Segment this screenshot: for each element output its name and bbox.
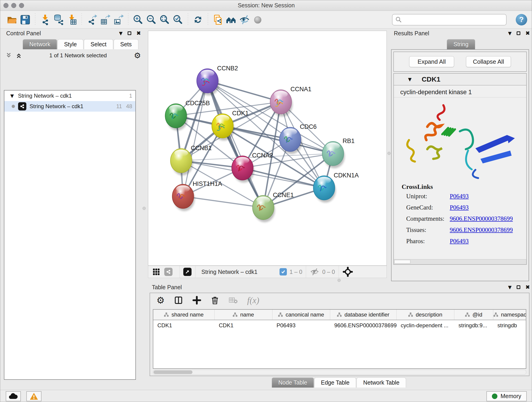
- float-panel-icon[interactable]: [128, 32, 131, 35]
- zoom-selected-icon[interactable]: [171, 12, 185, 27]
- string-results-body: Expand All Collapse All ▼ CDK1 cyclin-de…: [391, 49, 529, 281]
- protein-structure-image: [400, 101, 526, 182]
- zoom-out-icon[interactable]: [145, 12, 158, 27]
- column-header-description[interactable]: description: [397, 310, 454, 320]
- export-table-icon[interactable]: [98, 12, 112, 27]
- crosslink-link[interactable]: 9606.ENSP00000378699: [450, 226, 513, 234]
- open-in-new-icon[interactable]: [183, 268, 191, 276]
- node-HIST1H1A[interactable]: HIST1H1A: [172, 180, 222, 211]
- node-CCNB1[interactable]: CCNB1: [171, 145, 212, 175]
- node-CDK1[interactable]: CDK1: [212, 110, 249, 140]
- show-columns-icon[interactable]: [174, 296, 183, 305]
- pages-network-icon[interactable]: [211, 12, 225, 27]
- tab-select[interactable]: Select: [84, 39, 113, 49]
- horizontal-splitter-handle[interactable]: [337, 279, 341, 282]
- table-settings-gear-icon[interactable]: ⚙: [157, 296, 165, 305]
- tab-style[interactable]: Style: [57, 39, 84, 49]
- birds-eye-grid-icon[interactable]: [152, 268, 161, 276]
- edge-CCNB2-HIST1H1A[interactable]: [183, 81, 208, 196]
- zoom-in-icon[interactable]: [132, 12, 145, 27]
- expand-all-button[interactable]: Expand All: [409, 56, 454, 67]
- hidden-eye-slash-icon[interactable]: [310, 268, 319, 276]
- tree-caret-icon[interactable]: ▼: [10, 93, 14, 99]
- cloud-button[interactable]: [6, 391, 21, 401]
- warning-button[interactable]: [26, 391, 41, 401]
- column-header-name[interactable]: name: [215, 310, 272, 320]
- tab-network-table[interactable]: Network Table: [356, 377, 406, 388]
- table-cell[interactable]: cyclin-dependent ...: [397, 320, 454, 331]
- node-CDC6[interactable]: CDC6: [279, 123, 317, 154]
- entry-caret-icon[interactable]: ▼: [408, 77, 412, 82]
- column-header-canonical-name[interactable]: canonical name: [272, 310, 330, 320]
- table-cell[interactable]: 9606.ENSP00000378699: [330, 320, 397, 331]
- table-row[interactable]: CDK1CDK1P064939606.ENSP00000378699cyclin…: [153, 320, 526, 331]
- network-canvas[interactable]: CCNB2 CCNA1 CDC25B CDK1 CDC6 RB1 CCNB1 C…: [148, 31, 387, 266]
- zoom-fit-icon[interactable]: [158, 12, 171, 27]
- export-image-icon[interactable]: [112, 12, 125, 27]
- memory-button[interactable]: Memory: [486, 391, 527, 401]
- edge-count: 48: [126, 103, 132, 109]
- refresh-icon[interactable]: [191, 12, 205, 27]
- import-database-icon[interactable]: [52, 12, 65, 27]
- tab-sets[interactable]: Sets: [114, 39, 138, 49]
- node-CDKN1A[interactable]: CDKN1A: [313, 172, 359, 203]
- network-row-selected[interactable]: String Network – cdk1 11 48: [4, 101, 135, 112]
- sphere-icon[interactable]: [251, 12, 264, 27]
- collapse-all-icon[interactable]: [5, 52, 12, 59]
- results-scrollbar[interactable]: [394, 259, 526, 264]
- close-panel-icon[interactable]: ✖: [136, 30, 141, 36]
- table-cell[interactable]: P06493: [272, 320, 330, 331]
- table-cell[interactable]: stringdb: [493, 320, 526, 331]
- crosslink-link[interactable]: 9606.ENSP00000378699: [450, 215, 513, 222]
- left-splitter-handle[interactable]: [143, 207, 146, 210]
- node-table[interactable]: shared namenamecanonical namedatabase id…: [153, 309, 526, 369]
- crosslink-link[interactable]: P06493: [450, 238, 469, 245]
- node-CCNB2[interactable]: CCNB2: [197, 65, 238, 96]
- help-button[interactable]: ?: [516, 14, 527, 26]
- edge-CCNB2-CCNE1[interactable]: [208, 81, 264, 208]
- network-badge-icon[interactable]: [164, 268, 172, 276]
- delete-column-trash-icon[interactable]: [210, 296, 219, 305]
- tab-network[interactable]: Network: [23, 39, 57, 49]
- float-panel-icon[interactable]: [517, 285, 520, 289]
- tab-node-table[interactable]: Node Table: [272, 377, 314, 388]
- folder-open-icon[interactable]: [5, 12, 19, 27]
- node-CDC25B[interactable]: CDC25B: [165, 100, 210, 130]
- save-icon[interactable]: [19, 12, 32, 27]
- table-cell[interactable]: stringdb:9...: [454, 320, 493, 331]
- crosslink-link[interactable]: P06493: [450, 193, 469, 200]
- import-table-icon[interactable]: [65, 12, 78, 27]
- panel-menu-icon[interactable]: ▼: [508, 284, 512, 290]
- column-header-database-identifier[interactable]: database identifier: [330, 310, 397, 320]
- export-network-icon[interactable]: [85, 12, 98, 27]
- search-input[interactable]: [402, 16, 503, 23]
- tab-edge-table[interactable]: Edge Table: [314, 377, 356, 388]
- network-options-gear-icon[interactable]: ⚙: [134, 51, 141, 59]
- column-header-id[interactable]: @id: [454, 310, 493, 320]
- add-column-icon[interactable]: [192, 296, 201, 305]
- eye-slash-icon[interactable]: [238, 12, 251, 27]
- table-cell[interactable]: CDK1: [153, 320, 215, 331]
- crosslink-link[interactable]: P06493: [450, 204, 469, 211]
- edge-HIST1H1A-CCNE1[interactable]: [183, 196, 263, 208]
- table-cell[interactable]: CDK1: [215, 320, 272, 331]
- close-panel-icon[interactable]: ✖: [525, 30, 530, 36]
- panel-menu-icon[interactable]: ▼: [119, 31, 123, 36]
- node-RB1[interactable]: RB1: [322, 138, 355, 168]
- column-header-namespace[interactable]: namespace: [493, 310, 526, 320]
- float-panel-icon[interactable]: [517, 32, 520, 35]
- houses-icon[interactable]: [225, 12, 238, 27]
- close-panel-icon[interactable]: ✖: [525, 284, 530, 290]
- import-network-icon[interactable]: [38, 12, 52, 27]
- tab-string[interactable]: String: [447, 39, 475, 49]
- collapse-all-button[interactable]: Collapse All: [466, 56, 511, 67]
- entry-header[interactable]: ▼ CDK1: [394, 74, 526, 85]
- table-hscrollbar[interactable]: [153, 370, 526, 375]
- search-box[interactable]: [392, 14, 507, 26]
- panel-menu-icon[interactable]: ▼: [508, 31, 512, 36]
- network-collection-row[interactable]: ▼ String Network – cdk1 1: [4, 90, 135, 101]
- column-header-shared-name[interactable]: shared name: [153, 310, 215, 320]
- expand-all-icon[interactable]: [15, 52, 22, 59]
- selected-checkbox-icon[interactable]: [279, 268, 287, 275]
- navigator-crosshair-icon[interactable]: [342, 267, 353, 277]
